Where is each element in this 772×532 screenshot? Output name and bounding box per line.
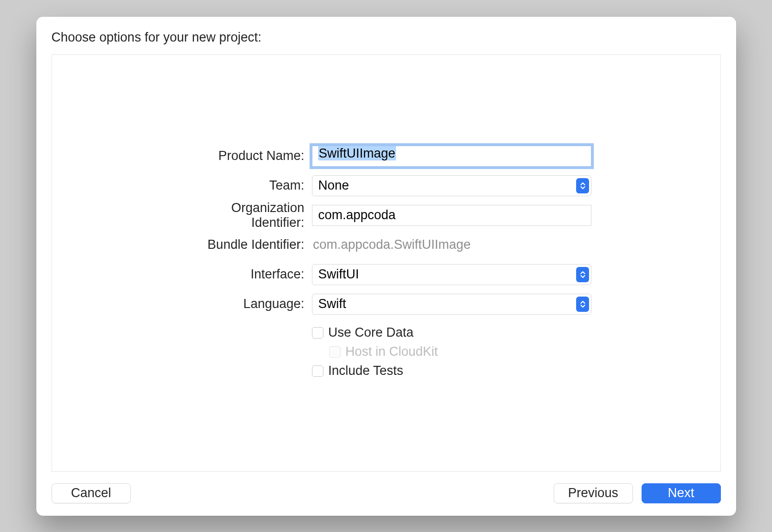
cancel-button[interactable]: Cancel <box>52 483 131 503</box>
language-select[interactable]: Swift <box>312 294 591 315</box>
language-row: Language: Swift <box>181 294 591 315</box>
team-label: Team: <box>181 178 312 193</box>
chevron-up-down-icon <box>576 297 589 312</box>
product-name-value: SwiftUIImage <box>318 146 396 160</box>
language-value: Swift <box>318 297 346 311</box>
include-tests-checkbox[interactable] <box>312 365 323 377</box>
org-identifier-input[interactable] <box>312 205 591 226</box>
interface-row: Interface: SwiftUI <box>181 264 591 285</box>
checkbox-section: Use Core Data Host in CloudKit Include T… <box>312 323 591 381</box>
host-cloudkit-checkbox <box>329 346 341 358</box>
dialog-title: Choose options for your new project: <box>52 30 721 45</box>
include-tests-label: Include Tests <box>328 363 403 378</box>
content-panel: Product Name: SwiftUIImage Team: None <box>52 54 721 472</box>
bundle-identifier-value: com.appcoda.SwiftUIImage <box>312 234 591 255</box>
previous-button[interactable]: Previous <box>554 483 633 503</box>
footer-right: Previous Next <box>554 483 721 503</box>
use-core-data-label: Use Core Data <box>328 325 414 340</box>
org-identifier-label: Organization Identifier: <box>181 201 312 230</box>
chevron-up-down-icon <box>576 267 589 282</box>
include-tests-row: Include Tests <box>312 362 591 381</box>
team-value: None <box>318 178 349 193</box>
team-select[interactable]: None <box>312 175 591 196</box>
bundle-identifier-row: Bundle Identifier: com.appcoda.SwiftUIIm… <box>181 234 591 255</box>
use-core-data-row: Use Core Data <box>312 323 591 342</box>
interface-select[interactable]: SwiftUI <box>312 264 591 285</box>
product-name-input[interactable]: SwiftUIImage <box>312 146 591 167</box>
use-core-data-checkbox[interactable] <box>312 327 323 339</box>
form-area: Product Name: SwiftUIImage Team: None <box>181 146 591 381</box>
host-cloudkit-label: Host in CloudKit <box>345 344 438 359</box>
chevron-up-down-icon <box>576 178 589 193</box>
product-name-label: Product Name: <box>181 149 312 163</box>
interface-value: SwiftUI <box>318 267 359 282</box>
new-project-options-dialog: Choose options for your new project: Pro… <box>36 17 736 516</box>
dialog-footer: Cancel Previous Next <box>52 472 721 503</box>
team-row: Team: None <box>181 175 591 196</box>
bundle-identifier-label: Bundle Identifier: <box>181 237 312 252</box>
language-label: Language: <box>181 297 312 311</box>
next-button[interactable]: Next <box>642 483 721 503</box>
host-cloudkit-row: Host in CloudKit <box>312 342 591 362</box>
interface-label: Interface: <box>181 267 312 282</box>
org-identifier-row: Organization Identifier: <box>181 205 591 226</box>
product-name-row: Product Name: SwiftUIImage <box>181 146 591 167</box>
